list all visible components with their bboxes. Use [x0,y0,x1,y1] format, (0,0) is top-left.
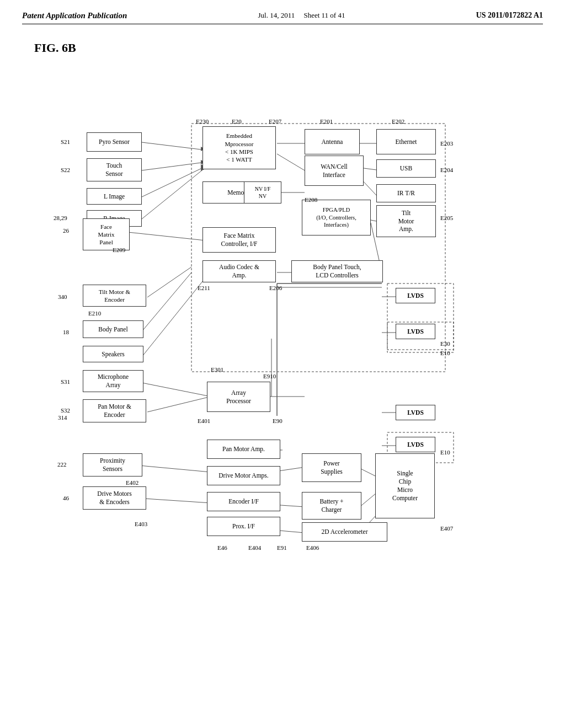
e10b-label: E10 [440,449,450,456]
page-header: Patent Application Publication Jul. 14, … [22,11,543,24]
audio-codec-box: Audio Codec &Amp. [202,260,276,282]
svg-line-5 [142,162,205,170]
svg-line-11 [142,278,205,357]
e10a-label: E10 [440,350,450,356]
face-matrix-controller-box: Face MatrixController, I/F [202,227,276,253]
e208-label: E208 [305,196,317,203]
svg-line-9 [147,267,191,297]
e202-label: E202 [392,118,404,125]
l-image-box: L Image [87,188,142,205]
e91-label: E91 [277,544,287,551]
pub-date: Jul. 14, 2011 [258,11,295,19]
irtr-box: IR T/R [376,184,436,202]
drive-motors-box: Drive Motors& Encoders [83,486,146,510]
svg-line-6 [142,167,205,197]
wan-cell-box: WAN/CellInterface [305,156,364,186]
e406-label: E406 [306,544,319,551]
e402-label: E402 [126,479,138,486]
encoder-if-box: Encoder I/F [207,492,280,511]
embedded-mprocessor-box: EmbeddedMprocessor< 1K MIPS< 1 WATT [202,126,276,169]
26-label: 26 [63,227,69,234]
e46-label: E46 [217,544,227,551]
svg-line-10 [142,272,191,331]
svg-line-32 [360,493,376,507]
2829-label: 28,29 [54,215,67,221]
e207-label: E207 [269,118,281,125]
lvds3-box: LVDS [396,405,435,420]
microphone-array-box: MicrophoneArray [83,370,143,392]
patent-number: US 2011/0172822 A1 [476,11,543,20]
e401-label: E401 [198,417,210,424]
svg-line-8 [128,232,205,240]
e211-label: E211 [198,285,210,291]
e201-label: E201 [320,118,333,125]
header-center: Jul. 14, 2011 Sheet 11 of 41 [258,11,345,20]
array-processor-box: ArrayProcessor [207,382,270,412]
svg-line-22 [371,220,376,221]
face-matrix-panel-box: FaceMatrixPanel [83,218,130,250]
antenna-box: Antenna [305,129,360,154]
power-supplies-box: PowerSupplies [302,453,361,482]
e210-label: E210 [88,310,101,317]
e209-label: E209 [113,247,125,253]
e910-label: E910 [263,373,276,379]
e230-label: E230 [196,118,209,125]
tilt-motor-encoder-box: Tilt Motor &Encoder [83,285,146,307]
s31-label: S31 [61,378,70,385]
e203-label: E203 [440,140,453,147]
18-label: 18 [63,329,69,335]
lvds1-box: LVDS [396,288,435,303]
ethernet-box: Ethernet [376,129,436,154]
222-label: 222 [57,461,67,468]
e90-label: E90 [273,417,282,424]
fpga-pld-box: FPGA/PLD(I/O, Controllers,Interfaces) [302,200,371,235]
battery-charger-box: Battery +Charger [302,492,361,520]
e204-label: E204 [440,167,453,173]
svg-line-4 [142,142,205,150]
e20-label: E20 [232,118,242,125]
body-panel-box: Body Panel [83,320,143,338]
sheet-info: Sheet 11 of 41 [303,11,345,19]
prox-if-box: Prox. I/F [207,517,280,536]
s32-label: S32 [61,407,70,414]
accel-2d-box: 2D Accelerometer [302,522,387,542]
svg-line-31 [360,468,376,477]
svg-line-12 [142,383,211,397]
svg-line-7 [142,168,205,219]
46-label: 46 [63,495,69,501]
lvds2-box: LVDS [396,324,435,339]
314-label: 314 [58,414,67,421]
e404-label: E404 [248,544,261,551]
body-panel-touch-lcd-box: Body Panel Touch,LCD Controllers [291,260,383,282]
pan-motor-amp-box: Pan Motor Amp. [207,440,280,459]
svg-line-15 [145,499,211,503]
svg-line-18 [277,154,305,170]
nvif-box: NV I/FNV [244,181,281,204]
figure-label: FIG. 6B [34,41,76,55]
single-chip-box: SingleChipMicroComputer [375,453,435,518]
page: Patent Application Publication Jul. 14, … [0,0,565,728]
lvds4-box: LVDS [396,437,435,452]
svg-line-13 [147,397,211,412]
e407-label: E407 [440,525,453,532]
e301-label: E301 [211,366,223,373]
e30-label: E30 [440,340,450,347]
svg-line-14 [139,465,211,472]
e403-label: E403 [135,521,147,527]
s21-label: S21 [61,138,70,145]
pan-motor-encoder-box: Pan Motor &Encoder [83,399,146,422]
diagram-area: FIG. 6B [23,30,542,664]
pyro-sensor-box: Pyro Sensor [87,132,142,152]
e206-label: E206 [269,285,282,291]
publication-title: Patent Application Publication [22,11,127,20]
drive-motor-amps-box: Drive Motor Amps. [207,466,280,485]
tilt-motor-amp-box: TiltMotorAmp. [376,205,436,237]
speakers-box: Speakers [83,346,143,362]
e205-label: E205 [440,215,453,221]
proximity-sensors-box: ProximitySensors [83,453,142,477]
usb-box: USB [376,159,436,178]
340-label: 340 [58,293,67,300]
touch-sensor-box: TouchSensor [87,158,142,181]
s22-label: S22 [61,167,70,173]
